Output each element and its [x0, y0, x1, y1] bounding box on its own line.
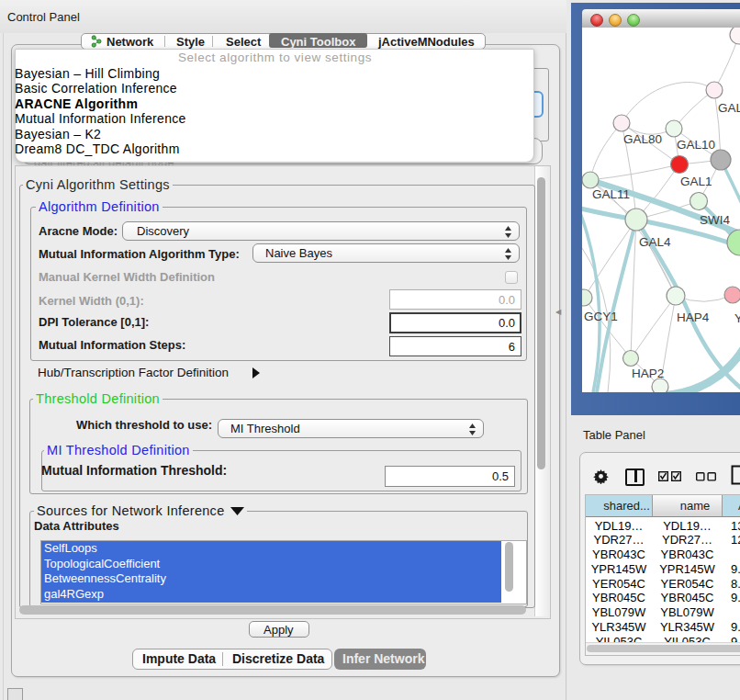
svg-text:HAP2: HAP2 — [632, 367, 664, 380]
svg-text:SWI4: SWI4 — [700, 213, 730, 227]
svg-text:GAL11: GAL11 — [592, 187, 630, 201]
svg-text:GAL10: GAL10 — [677, 138, 715, 152]
svg-text:GAL7: GAL7 — [718, 101, 740, 115]
svg-text:GAL4: GAL4 — [639, 235, 671, 249]
svg-text:YJ: YJ — [734, 311, 740, 325]
svg-text:HAP4: HAP4 — [677, 310, 710, 324]
svg-text:GAL80: GAL80 — [623, 132, 662, 146]
svg-text:GAL1: GAL1 — [680, 175, 712, 188]
svg-text:GCY1: GCY1 — [584, 310, 618, 323]
